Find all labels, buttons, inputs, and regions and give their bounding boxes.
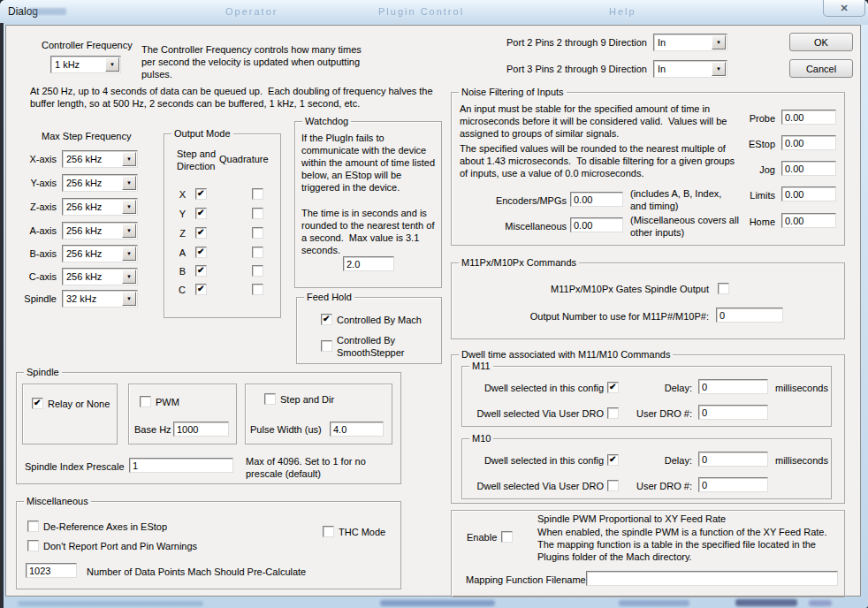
gates-spindle-output-checkbox[interactable] [718,283,729,294]
c-axis-label: C-axis [12,271,57,282]
dont-report-warnings-checkbox[interactable] [27,540,39,551]
x-axis-freq-value: 256 kHz [66,154,102,164]
base-hz-field[interactable] [173,422,229,437]
m11-delay-field[interactable] [698,379,768,394]
m10-dwell-config-label: Dwell selected in this config [473,455,604,466]
watchdog-description-2: The time is in seconds and is rounded to… [301,207,437,256]
title-bar[interactable]: Dialog Operator Plugin Control Help ✕ [0,0,868,25]
jog-field[interactable] [781,161,836,176]
a-step-checkbox[interactable] [195,247,207,258]
encoders-mpgs-field[interactable] [570,192,623,207]
chevron-down-icon[interactable]: ▼ [712,62,726,76]
z-axis-freq-select[interactable]: 256 kHz▼ [62,198,138,216]
estop-field[interactable] [781,135,836,150]
x-step-checkbox[interactable] [195,188,207,200]
m11-dwell-config-checkbox[interactable] [607,382,619,393]
home-field[interactable] [781,213,836,228]
x-axis-label: X-axis [12,154,57,164]
noise-miscellaneous-field[interactable] [570,217,623,232]
chevron-down-icon[interactable]: ▼ [122,270,136,284]
dont-report-warnings-label: Don't Report Port and Pin Warnings [43,541,197,551]
gates-spindle-output-label: M11Px/M10Px Gates Spindle Output [497,284,709,294]
cancel-button[interactable]: Cancel [789,59,853,78]
chevron-down-icon[interactable]: ▼ [122,200,136,214]
chevron-down-icon[interactable]: ▼ [105,57,119,72]
dwell-time-title: Dwell time associated with M11/M10 Comma… [459,349,673,360]
spindle-title: Spindle [24,367,62,377]
mapping-filename-label: Mapping Function Filename: [466,574,589,585]
m11px-m10px-group: M11Px/M10Px Commands [451,262,845,339]
pwm-feedrate-description: When enabled, the spindle PWM is a funct… [537,526,834,563]
m10-delay-field[interactable] [698,452,768,467]
c-step-checkbox[interactable] [195,284,207,295]
chevron-down-icon[interactable]: ▼ [122,152,136,166]
limits-field[interactable] [781,186,836,201]
port3-direction-select[interactable]: In ▼ [653,60,727,78]
m10-delay-unit: milliseconds [775,455,828,466]
chevron-down-icon[interactable]: ▼ [122,176,136,190]
a-axis-label: A-axis [12,225,57,236]
b-axis-freq-select[interactable]: 256 kHz▼ [62,245,138,262]
spindle-freq-select[interactable]: 32 kHz▼ [62,290,138,308]
watchdog-description-1: If the PlugIn fails to communicate with … [301,132,437,194]
chevron-down-icon[interactable]: ▼ [122,247,136,261]
a-axis-freq-select[interactable]: 256 kHz▼ [62,222,138,239]
b-quadrature-checkbox[interactable] [252,265,263,277]
controlled-by-mach-checkbox[interactable] [321,314,332,325]
a-quadrature-checkbox[interactable] [252,247,263,258]
y-axis-freq-select[interactable]: 256 kHz▼ [62,174,138,192]
data-points-field[interactable] [26,563,77,578]
jog-label: Jog [708,164,775,175]
chevron-down-icon[interactable]: ▼ [122,224,136,238]
output-number-field[interactable] [716,308,783,323]
port2-direction-select[interactable]: In ▼ [653,34,727,51]
ok-button[interactable]: OK [789,33,853,51]
controller-frequency-description: The Controller Frequency controls how ma… [141,43,369,80]
z-quadrature-checkbox[interactable] [252,227,263,239]
m10-dwell-config-checkbox[interactable] [607,454,619,466]
relay-or-none-checkbox[interactable] [32,398,43,409]
watchdog-title: Watchdog [302,116,351,126]
pwm-checkbox[interactable] [140,396,151,407]
max-step-frequency-title: Max Step Frequency [42,131,132,141]
noise-description-2: The specified values will be rounded to … [460,142,742,179]
step-direction-column-header: Step and Direction [177,148,225,172]
mapping-filename-field[interactable] [586,571,838,586]
feed-hold-title: Feed Hold [304,292,354,302]
spindle-index-prescale-field[interactable] [129,458,233,473]
controlled-by-smoothstepper-checkbox[interactable] [321,340,332,352]
b-axis-freq-value: 256 kHz [66,248,102,259]
watchdog-time-field[interactable] [343,256,394,271]
c-quadrature-checkbox[interactable] [252,284,263,295]
chevron-down-icon[interactable]: ▼ [122,292,136,306]
step-and-dir-checkbox[interactable] [264,393,276,405]
noise-description-1: An input must be stable for the specifie… [460,103,735,140]
probe-field[interactable] [781,110,836,125]
output-mode-axis-y: Y [173,209,186,219]
x-axis-freq-select[interactable]: 256 kHz▼ [62,150,138,168]
x-quadrature-checkbox[interactable] [252,188,263,200]
m11-delay-unit: milliseconds [775,383,828,393]
close-button[interactable]: ✕ [823,0,865,17]
pulse-width-field[interactable] [330,422,384,437]
dereference-axes-checkbox[interactable] [27,521,39,532]
m11-user-dro-field[interactable] [698,405,768,420]
m11-dwell-dro-checkbox[interactable] [607,407,619,419]
y-axis-label: Y-axis [12,178,57,188]
m10-user-dro-field[interactable] [698,477,768,492]
enable-checkbox[interactable] [501,531,513,543]
y-step-checkbox[interactable] [195,208,207,219]
c-axis-freq-select[interactable]: 256 kHz▼ [62,268,138,285]
y-quadrature-checkbox[interactable] [252,208,263,219]
base-hz-label: Base Hz [134,424,171,435]
port3-direction-value: In [658,64,666,74]
thc-mode-checkbox[interactable] [323,526,334,537]
b-step-checkbox[interactable] [195,265,207,277]
m11-user-dro-label: User DRO #: [619,408,692,419]
enable-label: Enable [467,532,497,543]
chevron-down-icon[interactable]: ▼ [712,35,726,49]
controller-frequency-select[interactable]: 1 kHz ▼ [50,56,121,73]
m10-dwell-dro-checkbox[interactable] [607,480,619,491]
z-step-checkbox[interactable] [195,227,207,239]
port2-direction-label: Port 2 Pins 2 through 9 Direction [495,37,647,48]
